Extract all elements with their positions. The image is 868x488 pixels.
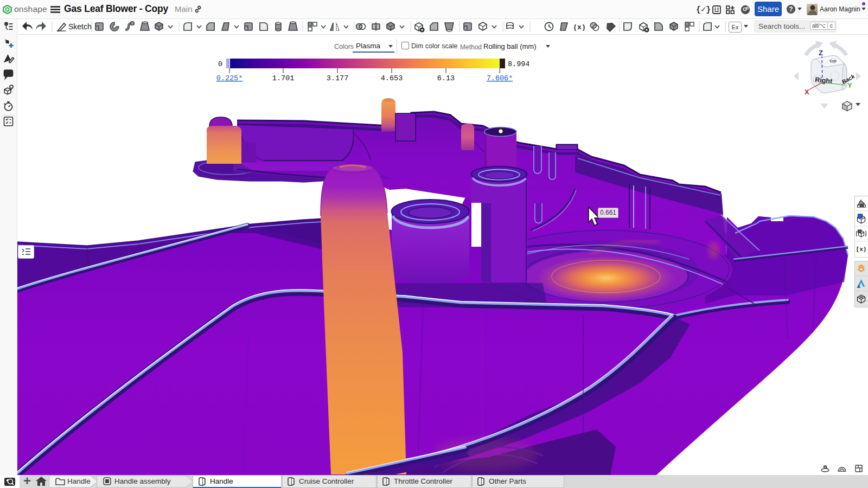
svg-text:[x): [x) (856, 246, 867, 253)
svg-text:6.13: 6.13 (437, 74, 455, 82)
svg-text:Y: Y (847, 81, 852, 89)
svg-text:Right: Right (815, 76, 833, 85)
svg-text:1.701: 1.701 (272, 74, 295, 82)
svg-text:0.225*: 0.225* (216, 74, 243, 82)
svg-text:7.606*: 7.606* (487, 74, 513, 82)
svg-text:3.177: 3.177 (327, 74, 349, 82)
svg-text:4.653: 4.653 (381, 74, 403, 82)
svg-text:8.994: 8.994 (508, 60, 529, 68)
svg-text:0: 0 (218, 60, 222, 68)
svg-text:X: X (805, 88, 809, 96)
svg-text:?: ? (789, 5, 793, 13)
svg-text:Sketch: Sketch (68, 22, 92, 31)
svg-text:Z: Z (819, 49, 823, 57)
